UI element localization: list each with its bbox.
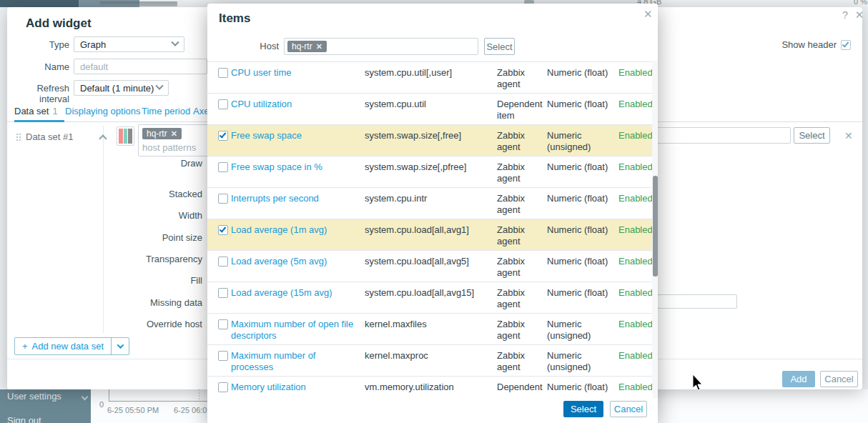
row-checkbox[interactable] <box>218 351 228 361</box>
item-name-link[interactable]: Load average (5m avg) <box>231 256 365 267</box>
host-chip[interactable]: hq-rtr✕ <box>287 41 327 52</box>
item-name-link[interactable]: Maximum number of open file descriptors <box>231 319 365 342</box>
show-header-checkbox[interactable] <box>841 40 851 50</box>
host-select-button[interactable]: Select <box>484 38 515 55</box>
item-type: Zabbix agent <box>497 130 547 153</box>
add-new-data-set-label: Add new data set <box>32 341 104 352</box>
chevron-up-icon[interactable] <box>99 134 107 142</box>
table-row: Interrupts per second system.cpu.intr Za… <box>207 188 653 219</box>
table-row: CPU utilization system.cpu.util Dependen… <box>207 94 653 125</box>
type-value: Graph <box>80 39 106 50</box>
host-chip-label: hq-rtr <box>147 129 167 139</box>
field-label-stacked: Stacked <box>7 189 202 199</box>
color-picker[interactable] <box>117 126 134 146</box>
screen: 4.8 GB 0 % User settingsSign out 0 6-25 … <box>0 0 868 423</box>
remove-icon[interactable]: ✕ <box>316 43 322 51</box>
close-icon[interactable]: ✕ <box>643 8 653 21</box>
add-new-data-set-button[interactable]: +Add new data set <box>14 337 129 355</box>
item-name-link[interactable]: Interrupts per second <box>231 193 365 204</box>
row-checkbox[interactable] <box>218 319 228 329</box>
row-checkbox[interactable] <box>218 131 228 141</box>
item-key: vm.memory.utilization <box>365 382 497 393</box>
field-label-fill: Fill <box>7 275 202 286</box>
item-type: Zabbix agent <box>497 224 547 247</box>
row-checkbox[interactable] <box>218 288 228 298</box>
item-key: kernel.maxproc <box>365 350 497 362</box>
row-checkbox[interactable] <box>218 194 228 204</box>
host-label: Host <box>236 41 279 51</box>
row-checkbox[interactable] <box>218 162 228 172</box>
table-row: Free swap space system.swap.size[,free] … <box>207 125 653 156</box>
sidebar-item-user-settings[interactable]: User settings <box>7 391 61 402</box>
swatch-color-2 <box>124 129 128 144</box>
type-select[interactable]: Graph <box>74 36 184 52</box>
status-badge: Enabled <box>618 130 652 141</box>
cancel-button[interactable]: Cancel <box>610 401 647 417</box>
type-label: Type <box>7 39 69 50</box>
drag-handle-icon[interactable] <box>16 133 21 142</box>
table-row: Load average (15m avg) system.cpu.load[a… <box>207 282 653 314</box>
item-select-button[interactable]: Select <box>794 127 830 144</box>
item-key: system.cpu.util[,user] <box>365 67 497 79</box>
item-key: system.cpu.load[all,avg1] <box>365 224 497 236</box>
row-checkbox[interactable] <box>218 99 228 109</box>
item-patterns-input[interactable] <box>643 127 791 144</box>
tab-time-period[interactable]: Time period <box>142 106 190 116</box>
item-name-link[interactable]: Maximum number of processes <box>231 350 365 373</box>
remove-icon[interactable]: ✕ <box>171 130 177 138</box>
field-label-override-host: Override host <box>7 319 202 329</box>
select-button[interactable]: Select <box>563 401 603 417</box>
name-input[interactable]: default <box>74 59 207 74</box>
chart-tick-label: 6-25 05:50 PM <box>107 406 159 414</box>
field-label-draw: Draw <box>7 158 202 169</box>
item-value-type: Numeric (float) <box>547 382 618 393</box>
row-checkbox[interactable] <box>218 68 228 78</box>
item-type: Zabbix agent <box>497 287 547 310</box>
remove-dataset-icon[interactable]: ✕ <box>844 130 853 141</box>
host-chip[interactable]: hq-rtr✕ <box>142 128 182 139</box>
item-value-type: Numeric (float) <box>547 287 618 299</box>
chart-tick-label: 6-25 06:0 <box>174 406 207 414</box>
field-label-width: Width <box>7 210 202 221</box>
help-icon[interactable]: ? <box>839 9 851 21</box>
item-key: system.cpu.util <box>365 99 497 110</box>
name-placeholder: default <box>80 61 108 72</box>
scrollbar[interactable] <box>652 61 658 398</box>
close-icon[interactable]: ✕ <box>854 9 865 21</box>
swatch-color-1 <box>119 129 123 144</box>
check-icon <box>220 225 227 232</box>
swatch-color-3 <box>128 129 132 144</box>
item-name-link[interactable]: Free swap space in % <box>231 161 365 173</box>
item-key: system.swap.size[,pfree] <box>365 161 497 173</box>
field-label-transparency: Transparency <box>7 254 202 264</box>
item-key: system.cpu.intr <box>365 193 497 204</box>
scrollbar-thumb[interactable] <box>653 176 658 277</box>
sidebar-active-item <box>0 0 79 7</box>
refresh-interval-select[interactable]: Default (1 minute) <box>74 80 169 96</box>
add-data-set-menu-button[interactable] <box>112 338 129 354</box>
item-name-link[interactable]: CPU utilization <box>231 99 365 110</box>
item-type: Zabbix agent <box>497 67 547 90</box>
tab-displaying-options[interactable]: Displaying options <box>65 106 141 116</box>
item-key: system.cpu.load[all,avg5] <box>365 256 497 267</box>
row-checkbox[interactable] <box>218 382 228 392</box>
cancel-button[interactable]: Cancel <box>820 371 858 387</box>
item-name-link[interactable]: Load average (15m avg) <box>231 287 365 299</box>
tab-data-set[interactable]: Data set1 <box>14 106 58 116</box>
refresh-interval-value: Default (1 minute) <box>80 83 154 94</box>
status-badge: Enabled <box>618 161 652 173</box>
item-name-link[interactable]: Memory utilization <box>231 382 365 393</box>
status-badge: Enabled <box>618 382 652 393</box>
row-checkbox[interactable] <box>218 257 228 267</box>
row-checkbox[interactable] <box>218 225 228 235</box>
item-name-link[interactable]: CPU user time <box>231 67 365 79</box>
item-name-link[interactable]: Free swap space <box>231 130 365 141</box>
refresh-interval-label: Refresh interval <box>7 83 69 104</box>
item-type: Zabbix agent <box>497 319 547 342</box>
add-button[interactable]: Add <box>782 371 815 387</box>
host-patterns-input[interactable]: hq-rtr✕ host patterns <box>138 124 214 156</box>
item-name-link[interactable]: Load average (1m avg) <box>231 224 365 236</box>
host-multiselect[interactable]: hq-rtr✕ <box>284 38 478 55</box>
sidebar-item-sign-out[interactable]: Sign out <box>7 415 41 423</box>
items-table: CPU user time system.cpu.util[,user] Zab… <box>207 61 653 408</box>
